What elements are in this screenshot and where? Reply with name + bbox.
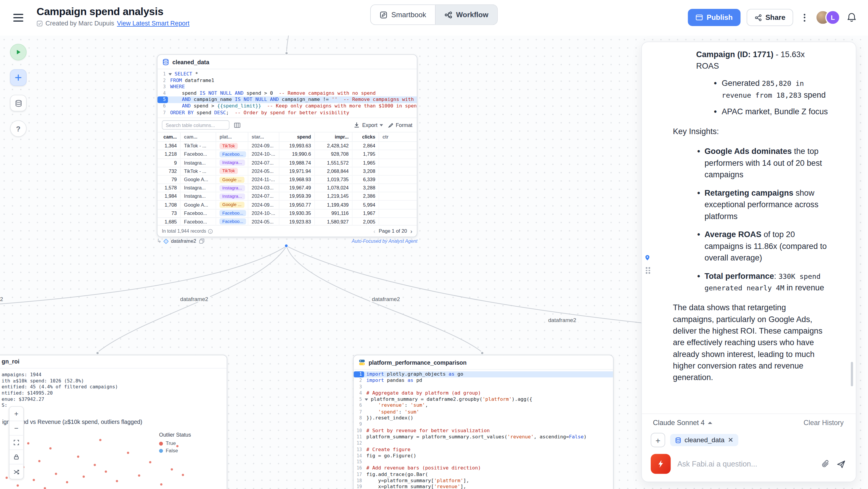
data-sources-button[interactable] bbox=[10, 95, 27, 111]
column-header[interactable]: plat... bbox=[216, 132, 248, 142]
table-row[interactable]: 1,578Instagra...Instagra...2024-03...19,… bbox=[157, 184, 417, 192]
share-button[interactable]: Share bbox=[747, 9, 794, 26]
export-label: Export bbox=[362, 122, 377, 128]
chat-question-input[interactable] bbox=[677, 460, 814, 468]
table-cell: Google ... bbox=[216, 201, 248, 209]
publish-label: Publish bbox=[707, 13, 733, 22]
help-button[interactable]: ? bbox=[10, 120, 27, 137]
table-cell: 2024-10-... bbox=[248, 209, 279, 217]
stdout-line: S: bbox=[1, 402, 227, 408]
connector-dot[interactable] bbox=[96, 352, 99, 355]
table-row[interactable]: 9Instagra...Instagra...2024-07...19,988.… bbox=[157, 159, 417, 167]
workflow-icon bbox=[444, 11, 452, 19]
stdout-block: ampaigns: 1944ith ≥$10k spend: 1026 (52.… bbox=[1, 369, 227, 408]
fit-view-button[interactable] bbox=[9, 436, 23, 450]
table-cell: 1,795 bbox=[352, 150, 379, 158]
column-header[interactable]: cam... bbox=[157, 132, 181, 142]
code-line: 17fig.add_trace(go.Bar( bbox=[354, 471, 613, 478]
model-selector[interactable]: Claude Sonnet 4 bbox=[653, 419, 713, 427]
node-cleaned-data[interactable]: cleaned_data 1SELECT *2FROM dataframe13W… bbox=[157, 54, 417, 237]
smartbook-label: Smartbook bbox=[391, 11, 426, 19]
scatter-point bbox=[94, 464, 96, 466]
zoom-out-button[interactable]: − bbox=[9, 421, 23, 436]
pin-icon bbox=[644, 254, 651, 261]
shuffle-layout-button[interactable] bbox=[9, 464, 23, 479]
sql-code-editor[interactable]: 1SELECT *2FROM dataframe13WHERE4 spend I… bbox=[157, 69, 417, 118]
platform-badge: TikTok bbox=[219, 168, 238, 174]
table-cell bbox=[379, 159, 417, 166]
lock-button[interactable] bbox=[9, 450, 23, 464]
table-row[interactable]: 79Google A...Google ...2024-11-...19,968… bbox=[157, 176, 417, 184]
remove-context-button[interactable]: ✕ bbox=[728, 436, 733, 444]
column-header[interactable]: clicks bbox=[352, 132, 379, 142]
send-button[interactable] bbox=[836, 459, 846, 468]
search-columns-input[interactable] bbox=[162, 120, 229, 130]
table-row[interactable]: 1,218Faceboo...Faceboo...2024-10-...19,9… bbox=[157, 150, 417, 159]
format-button[interactable]: Format bbox=[388, 122, 412, 128]
chat-message-area[interactable]: Campaign (ID: 1771) - 15.63x ROASGenerat… bbox=[642, 42, 856, 413]
avatar[interactable]: L bbox=[825, 10, 840, 25]
python-code-editor[interactable]: 1import plotly.graph_objects as go2impor… bbox=[354, 370, 613, 489]
context-chip-cleaned-data[interactable]: cleaned_data ✕ bbox=[670, 434, 739, 446]
node-header[interactable]: cleaned_data bbox=[157, 55, 417, 69]
more-options-button[interactable] bbox=[799, 11, 809, 23]
node-campaign-roi[interactable]: gn_roi ampaigns: 1944ith ≥$10k spend: 10… bbox=[0, 355, 227, 489]
table-row[interactable]: 1,685Faceboo...Faceboo...2024-05...19,92… bbox=[157, 218, 417, 225]
connector-dot[interactable] bbox=[285, 52, 288, 55]
stdout-line: enue: $37942.27 bbox=[1, 396, 227, 403]
node-platform-performance[interactable]: platform_performance_comparison 1import … bbox=[353, 355, 614, 489]
table-cell: 19,967.49 bbox=[279, 184, 315, 192]
table-row[interactable]: 1,708Google A...Google ...2024-09...19,9… bbox=[157, 201, 417, 209]
table-row[interactable]: 732TikTok - ...TikTok2024-05...19,971.94… bbox=[157, 167, 417, 176]
fold-chevron-icon[interactable] bbox=[365, 398, 368, 400]
pin-panel-button[interactable] bbox=[644, 253, 651, 264]
stdout-line: ntified: $14995.20 bbox=[1, 390, 227, 396]
clear-history-button[interactable]: Clear History bbox=[803, 419, 843, 427]
code-line: 2import pandas as pd bbox=[354, 378, 613, 384]
next-page-button[interactable]: › bbox=[410, 228, 412, 234]
node-header[interactable]: platform_performance_comparison bbox=[354, 355, 613, 370]
run-button[interactable] bbox=[10, 44, 27, 60]
tab-smartbook[interactable]: Smartbook bbox=[371, 5, 435, 25]
code-line: 7 'spend': 'sum' bbox=[354, 409, 613, 415]
columns-icon[interactable] bbox=[234, 122, 240, 128]
copy-icon[interactable] bbox=[199, 238, 205, 244]
add-node-button[interactable] bbox=[10, 69, 27, 86]
scatter-point bbox=[66, 481, 68, 483]
table-cell: TikTok - ... bbox=[181, 167, 216, 175]
connector-dot[interactable] bbox=[284, 244, 288, 248]
fold-chevron-icon[interactable] bbox=[168, 73, 172, 75]
table-row[interactable]: 1,984Instagra...Instagra...2024-07...19,… bbox=[157, 192, 417, 201]
platform-badge: Faceboo... bbox=[219, 219, 246, 225]
chat-text-block: Campaign (ID: 1771) - 15.63x ROAS bbox=[696, 49, 829, 72]
table-row[interactable]: 73Faceboo...Faceboo...2024-10-...19,930.… bbox=[157, 209, 417, 218]
zoom-in-button[interactable]: + bbox=[9, 407, 23, 421]
plus-icon bbox=[15, 74, 22, 81]
add-context-button[interactable]: + bbox=[651, 433, 665, 447]
column-header[interactable]: spend bbox=[279, 132, 315, 142]
connector-dot[interactable] bbox=[480, 352, 484, 355]
output-dataframe-label[interactable]: dataframe2 bbox=[171, 238, 196, 244]
table-cell: 5,994 bbox=[352, 201, 379, 209]
column-header[interactable]: star... bbox=[248, 132, 279, 142]
chat-scrollbar[interactable] bbox=[851, 362, 853, 386]
column-header[interactable]: ctr bbox=[379, 132, 417, 142]
notifications-button[interactable] bbox=[846, 12, 857, 23]
prev-page-button[interactable]: ‹ bbox=[373, 228, 375, 234]
table-cell: 3,288 bbox=[352, 184, 379, 192]
attach-file-button[interactable] bbox=[821, 459, 830, 468]
report-icon bbox=[37, 20, 43, 26]
publish-button[interactable]: Publish bbox=[688, 9, 740, 26]
chat-text-block: Retargeting campaigns show exceptional p… bbox=[705, 187, 829, 222]
column-header[interactable]: cam... bbox=[181, 132, 216, 142]
code-line: 4# Aggregate data by platform (ad group) bbox=[354, 390, 613, 396]
column-header[interactable]: impr... bbox=[315, 132, 352, 142]
tab-workflow[interactable]: Workflow bbox=[435, 5, 497, 25]
table-row[interactable]: 1,364TikTok - ...TikTok2024-09...19,993.… bbox=[157, 142, 417, 150]
export-button[interactable]: Export bbox=[354, 122, 383, 128]
hamburger-menu-button[interactable] bbox=[13, 14, 23, 22]
panel-drag-handle[interactable] bbox=[646, 267, 650, 274]
node-header[interactable]: gn_roi bbox=[0, 355, 227, 369]
code-line: 5platform_summary = dataframe2.groupby('… bbox=[354, 396, 613, 403]
view-smart-report-link[interactable]: View Latest Smart Report bbox=[117, 20, 189, 26]
